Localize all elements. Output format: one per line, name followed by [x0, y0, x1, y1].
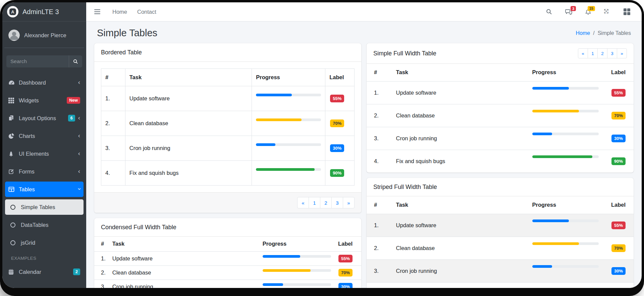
- content-area: Simple Tables Home / Simple Tables Borde…: [86, 21, 642, 288]
- circle-icon: [10, 205, 21, 210]
- bordered-table-card: Bordered Table # Task Progress Label: [94, 43, 361, 213]
- progress-bar: [532, 288, 599, 288]
- striped-table-card: Striped Full Width Table # Task Progress…: [367, 178, 634, 288]
- sidebar-item-tables[interactable]: Tables ‹: [5, 182, 84, 197]
- pagination-prev[interactable]: «: [297, 197, 309, 208]
- condensed-table-card: Condensed Full Width Table # Task Progre…: [94, 218, 361, 288]
- table-row: 3. Cron job running 30%: [367, 127, 634, 150]
- column-header: Progress: [252, 69, 325, 86]
- progress-bar: [532, 219, 599, 222]
- card-header: Bordered Table: [94, 43, 361, 62]
- card-title: Striped Full Width Table: [373, 184, 437, 191]
- sidebar-section-header: EXAMPLES: [11, 256, 81, 261]
- progress-bar: [532, 155, 599, 158]
- search-input[interactable]: [6, 55, 69, 67]
- simple-table-card: Simple Full Width Table « 1 2 3 »: [367, 43, 634, 172]
- progress-bar: [532, 265, 599, 268]
- sidebar-nav: Dashboard ‹ Widgets New Layout Options 6…: [2, 73, 86, 284]
- card-title: Condensed Full Width Table: [101, 224, 176, 231]
- column-header: #: [101, 69, 125, 86]
- progress-bar: [256, 118, 321, 121]
- column-header: #: [367, 196, 392, 214]
- card-header: Striped Full Width Table: [367, 178, 634, 196]
- pagination-page-1[interactable]: 1: [309, 197, 320, 208]
- count-badge: 6: [68, 115, 75, 121]
- breadcrumb-current: Simple Tables: [598, 30, 631, 36]
- tachometer-icon: [8, 80, 19, 85]
- progress-bar: [263, 255, 331, 258]
- navbar-right: 3 15 ⤢⤡: [546, 8, 636, 15]
- pagination-page-1[interactable]: 1: [588, 48, 598, 58]
- column-header: Label: [325, 69, 355, 86]
- sidebar-item-simple-tables[interactable]: Simple Tables: [5, 199, 84, 215]
- status-badge: 90%: [330, 169, 344, 177]
- table-row: 1. Update software 55%: [101, 86, 355, 111]
- sidebar-item-label: jsGrid: [21, 240, 35, 246]
- status-badge: 30%: [611, 135, 626, 142]
- user-name-link[interactable]: Alexander Pierce: [24, 32, 66, 39]
- sidebar-item-dashboard[interactable]: Dashboard ‹: [5, 75, 84, 90]
- sidebar-item-charts[interactable]: Charts ‹: [5, 128, 84, 144]
- column-header: Task: [125, 69, 252, 86]
- column-header: Label: [334, 237, 361, 251]
- pagination-page-3[interactable]: 3: [607, 48, 617, 58]
- navbar-link-home[interactable]: Home: [112, 9, 127, 15]
- breadcrumb: Home / Simple Tables: [576, 30, 631, 36]
- sidebar-item-jsgrid[interactable]: jsGrid: [5, 235, 84, 250]
- sidebar-item-label: Simple Tables: [21, 204, 55, 210]
- column-header: #: [367, 64, 392, 81]
- pagination-page-3[interactable]: 3: [331, 197, 343, 208]
- screenshot-frame: A AdminLTE 3 Alexander Pierce Dashboard: [0, 0, 644, 296]
- status-badge: 30%: [330, 144, 344, 152]
- sidebar-item-ui-elements[interactable]: UI Elements ‹: [5, 146, 84, 161]
- count-badge: 2: [73, 268, 80, 275]
- control-sidebar-grid-icon[interactable]: [624, 8, 631, 15]
- pagination-next[interactable]: »: [343, 197, 355, 208]
- page-title: Simple Tables: [97, 28, 157, 39]
- search-submit-button[interactable]: [69, 55, 82, 67]
- sidebar-item-datatables[interactable]: DataTables: [5, 217, 84, 233]
- navbar-link-contact[interactable]: Contact: [137, 9, 156, 15]
- sidebar-item-forms[interactable]: Forms ‹: [5, 164, 84, 179]
- table-row: 1. Update software 55%: [367, 81, 634, 104]
- sidebar-item-calendar[interactable]: Calendar 2: [5, 264, 84, 280]
- table-row: 1. Update software 55%: [94, 251, 361, 265]
- pagination: « 1 2 3 »: [578, 48, 627, 58]
- breadcrumb-home-link[interactable]: Home: [576, 30, 590, 36]
- messages-count-badge: 3: [571, 6, 576, 11]
- user-panel: Alexander Pierce: [4, 21, 84, 48]
- sidebar-item-layout-options[interactable]: Layout Options 6 ‹: [5, 110, 84, 126]
- top-navbar: Home Contact 3 15 ⤢⤡: [86, 2, 642, 21]
- search-icon[interactable]: [546, 9, 552, 15]
- column-header: Progress: [528, 64, 603, 81]
- table-row: 3. Cron job running 30%: [94, 280, 361, 288]
- pagination-prev[interactable]: «: [578, 48, 588, 58]
- fullscreen-expand-icon[interactable]: ⤢⤡: [604, 8, 611, 15]
- progress-bar: [256, 143, 321, 146]
- sidebar-toggle-button[interactable]: [92, 8, 102, 16]
- pagination-page-2[interactable]: 2: [597, 48, 607, 58]
- brand-link[interactable]: A AdminLTE 3: [2, 2, 86, 21]
- table-icon: [8, 187, 19, 192]
- breadcrumb-separator: /: [593, 30, 594, 36]
- status-badge: 70%: [338, 269, 353, 277]
- progress-bar: [256, 168, 321, 171]
- table-row: 4. Fix and squish bugs 90%: [101, 161, 355, 186]
- pagination-page-2[interactable]: 2: [320, 197, 332, 208]
- notifications-bell-icon[interactable]: 15: [585, 9, 591, 15]
- calendar-icon: [8, 269, 19, 275]
- messages-icon[interactable]: 3: [565, 9, 572, 15]
- sidebar-item-widgets[interactable]: Widgets New: [5, 93, 84, 108]
- avatar[interactable]: [8, 30, 20, 41]
- pagination-next[interactable]: »: [617, 48, 627, 58]
- card-header: Condensed Full Width Table: [94, 218, 361, 237]
- right-column: Simple Full Width Table « 1 2 3 »: [367, 43, 634, 288]
- table-row: 2. Clean database 70%: [367, 237, 634, 259]
- chevron-left-icon: ‹: [78, 171, 80, 172]
- status-badge: 70%: [330, 119, 344, 127]
- chevron-left-icon: ‹: [78, 82, 80, 83]
- pie-chart-icon: [8, 133, 19, 139]
- new-badge: New: [67, 97, 80, 104]
- sidebar-item-label: Charts: [19, 133, 35, 139]
- column-header: Progress: [528, 196, 603, 214]
